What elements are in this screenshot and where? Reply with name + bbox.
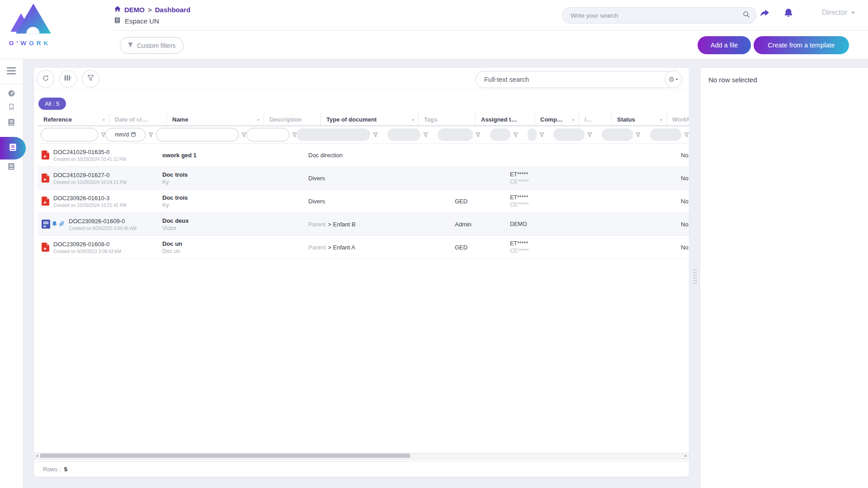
column-header-info[interactable]: I… — [579, 113, 612, 126]
filter-select-yesno[interactable] — [650, 128, 681, 141]
filter-select-type[interactable] — [297, 128, 370, 141]
filter-funnel-icon[interactable] — [423, 132, 428, 137]
book-icon — [9, 143, 17, 154]
filter-funnel-icon[interactable] — [587, 132, 592, 137]
fulltext-search — [476, 71, 674, 88]
horizontal-scrollbar[interactable]: ◂ ▸ — [34, 453, 689, 460]
pdf-file-icon — [42, 197, 49, 206]
table-row[interactable]: wDOC230926-01609-0Created on 9/26/2023 3… — [38, 213, 689, 236]
table-row[interactable]: DOC230926-01608-0Created on 9/26/2023 3:… — [38, 236, 689, 259]
filter-input-reference[interactable] — [41, 128, 98, 141]
filter-select-assigned[interactable] — [438, 128, 473, 141]
global-search-input[interactable] — [570, 12, 742, 19]
cell-assigned — [449, 167, 505, 189]
column-header-workflow[interactable]: Workflow — [667, 113, 689, 126]
filter-input-description[interactable] — [246, 128, 289, 141]
filter-input-name[interactable] — [156, 128, 239, 141]
share-icon[interactable] — [759, 8, 771, 18]
notifications-bell-icon[interactable] — [783, 8, 793, 18]
filter-funnel-icon[interactable] — [476, 132, 481, 137]
table-row[interactable]: DOC241029-01627-0Created on 10/29/2024 1… — [38, 167, 689, 190]
detail-panel: No row selected — [700, 68, 868, 488]
column-header-reference[interactable]: Reference▸ — [38, 113, 109, 126]
sort-icon[interactable]: ▸ — [412, 117, 415, 122]
cell-reference[interactable]: DOC230926-01608-0Created on 9/26/2023 3:… — [38, 236, 104, 258]
column-header-date[interactable]: Date of cr… — [109, 113, 167, 126]
document-name: Doc trois — [162, 194, 188, 201]
columns-button[interactable] — [59, 70, 77, 88]
cell-reference[interactable]: DOC230926-01610-3Created on 10/29/2024 1… — [38, 190, 104, 212]
filter-cell-date: mm/d — [103, 128, 153, 141]
columns-icon — [64, 75, 72, 83]
scrollbar-thumb[interactable] — [40, 454, 410, 458]
filter-funnel-icon[interactable] — [373, 132, 378, 137]
menu-toggle-button[interactable] — [0, 59, 23, 84]
table-row[interactable]: DOC241029-01635-0Created on 10/29/2024 1… — [38, 144, 689, 167]
cell-company — [505, 144, 545, 166]
app-logo[interactable]: O'WORK — [6, 3, 53, 47]
search-icon[interactable] — [742, 10, 750, 20]
filter-funnel-icon[interactable] — [513, 132, 518, 137]
breadcrumb-root[interactable]: DEMO — [124, 6, 145, 14]
home-icon[interactable] — [114, 5, 121, 14]
refresh-button[interactable] — [37, 70, 54, 88]
filter-cell-company — [487, 128, 525, 141]
filter-funnel-icon[interactable] — [636, 132, 641, 137]
filter-select-workflow[interactable] — [602, 128, 633, 141]
panel-resize-handle[interactable] — [693, 268, 697, 284]
column-header-assigned[interactable]: Assigned t… — [476, 113, 535, 126]
cell-reference[interactable]: DOC241029-01635-0Created on 10/29/2024 1… — [38, 144, 104, 166]
breadcrumb: DEMO > Dashboard Espace UN — [114, 5, 190, 25]
add-file-button[interactable]: Add a file — [698, 36, 751, 54]
company-secondary-value: CE***** — [510, 248, 529, 254]
sort-icon[interactable]: ▸ — [660, 117, 663, 122]
cell-info — [545, 167, 573, 189]
sidebar-item-bookmarks[interactable] — [0, 103, 23, 113]
custom-filters-button[interactable]: Custom filters — [120, 37, 184, 54]
scroll-right-arrow-icon[interactable]: ▸ — [685, 453, 687, 458]
filter-funnel-icon[interactable] — [684, 132, 689, 137]
sidebar-item-dashboard[interactable] — [0, 89, 23, 99]
column-label: Comp… — [540, 116, 563, 123]
column-header-tags[interactable]: Tags — [419, 113, 476, 126]
table-toolbar — [37, 70, 99, 88]
column-header-type[interactable]: Type of document▸ — [321, 113, 419, 126]
bookmark-icon — [8, 103, 15, 113]
cell-tags — [396, 190, 449, 212]
sort-icon[interactable]: ▸ — [103, 117, 105, 122]
cell-info — [545, 144, 573, 166]
table-settings-button[interactable]: ⚙ — [665, 70, 682, 88]
scroll-left-arrow-icon[interactable]: ◂ — [36, 453, 38, 458]
column-header-name[interactable]: Name▸ — [167, 113, 264, 126]
tab-all-documents[interactable]: All : 5 — [38, 98, 66, 110]
sidebar-item-archive[interactable] — [0, 162, 23, 173]
filter-button[interactable] — [82, 70, 99, 88]
filter-funnel-icon[interactable] — [148, 132, 153, 137]
cell-reference[interactable]: DOC241029-01627-0Created on 10/29/2024 1… — [38, 167, 104, 189]
breadcrumb-current[interactable]: Dashboard — [155, 6, 190, 14]
user-role-menu[interactable]: Director — [822, 9, 855, 17]
word-file-icon: w — [42, 220, 65, 229]
create-from-template-button[interactable]: Create from a template — [754, 36, 849, 54]
sort-icon[interactable]: ▸ — [257, 117, 260, 122]
filter-select-info[interactable] — [528, 128, 537, 141]
column-header-company[interactable]: Comp…▸ — [535, 113, 579, 126]
type-parent-label: Parent — [308, 221, 326, 228]
sort-icon[interactable]: ▸ — [572, 117, 575, 122]
column-header-description[interactable]: Description — [264, 113, 321, 126]
document-name-subtitle: Victor — [162, 225, 189, 231]
sidebar-item-documents[interactable] — [0, 118, 23, 128]
filter-date-date[interactable]: mm/d — [105, 128, 146, 141]
filter-select-status[interactable] — [553, 128, 585, 141]
filter-select-tags[interactable] — [387, 128, 420, 141]
column-header-status[interactable]: Status▸ — [612, 113, 667, 126]
sidebar-item-ged-active[interactable] — [0, 137, 26, 160]
table-row[interactable]: DOC230926-01610-3Created on 10/29/2024 1… — [38, 190, 689, 213]
fulltext-search-input[interactable] — [483, 75, 666, 84]
brand-name: O'WORK — [6, 40, 53, 47]
cell-name: Doc troisKy — [157, 190, 250, 212]
filter-select-company[interactable] — [490, 128, 510, 141]
filter-funnel-icon[interactable] — [539, 132, 544, 137]
table-filter-row: mm/d — [38, 126, 689, 144]
cell-reference[interactable]: wDOC230926-01609-0Created on 9/26/2023 3… — [38, 213, 104, 235]
